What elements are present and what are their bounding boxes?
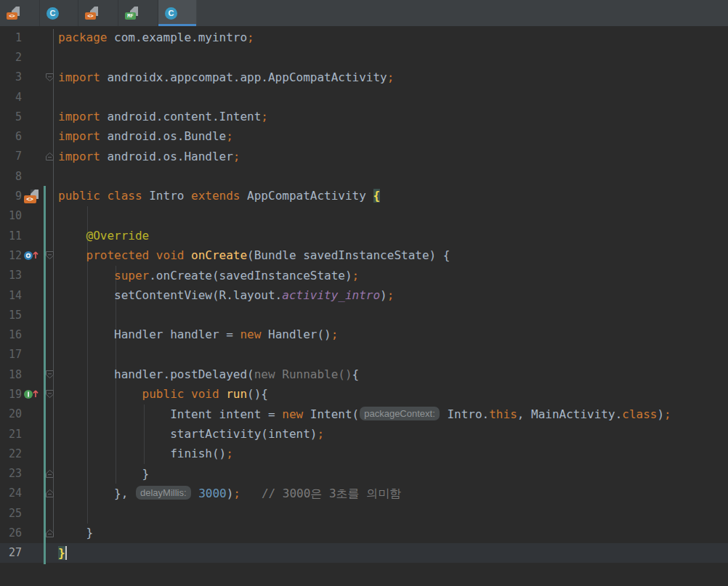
fold-marker-expand-icon[interactable] bbox=[45, 489, 54, 498]
code-text: import android.os.Handler; bbox=[58, 147, 728, 166]
code-text: @Override bbox=[58, 226, 728, 245]
layout-xml-file-icon: <> bbox=[85, 7, 99, 20]
line-number: 15 bbox=[0, 309, 22, 322]
line-number: 21 bbox=[0, 428, 22, 441]
code-line[interactable]: 24 }, delayMillis: 3000); // 3000은 3초를 의… bbox=[0, 484, 728, 503]
code-line[interactable]: 13 super.onCreate(savedInstanceState); bbox=[0, 266, 728, 285]
code-text: super.onCreate(savedInstanceState); bbox=[58, 266, 728, 285]
code-text: import android.os.Bundle; bbox=[58, 126, 728, 146]
code-line[interactable]: 4 bbox=[0, 87, 728, 107]
line-number: 18 bbox=[0, 368, 22, 381]
code-text: import android.content.Intent; bbox=[58, 107, 728, 126]
code-text: }, delayMillis: 3000); // 3000은 3초를 의미함 bbox=[58, 484, 728, 503]
param-hint-chip: packageContext: bbox=[360, 407, 440, 420]
code-text: Intent intent = new Intent(packageContex… bbox=[58, 404, 728, 424]
code-line[interactable]: 9<>public class Intro extends AppCompatA… bbox=[0, 186, 728, 205]
code-line[interactable]: 8 bbox=[0, 166, 728, 186]
code-line[interactable]: 27} bbox=[0, 543, 728, 563]
code-line[interactable]: 5import android.content.Intent; bbox=[0, 107, 728, 126]
code-text: setContentView(R.layout.activity_intro); bbox=[58, 285, 728, 305]
code-line[interactable]: 20 Intent intent = new Intent(packageCon… bbox=[0, 404, 728, 424]
manifest-file-icon: MF bbox=[125, 7, 139, 20]
line-number: 23 bbox=[0, 467, 22, 480]
tab-androidmanifest-xml[interactable]: MF bbox=[118, 0, 158, 26]
line-number: 25 bbox=[0, 507, 22, 520]
code-line[interactable]: 26 } bbox=[0, 523, 728, 542]
code-line[interactable]: 19 public void run(){ bbox=[0, 384, 728, 404]
code-line[interactable]: 11 @Override bbox=[0, 226, 728, 245]
fold-marker-collapse-icon[interactable] bbox=[45, 73, 54, 82]
line-number: 9 bbox=[0, 190, 22, 203]
line-number: 26 bbox=[0, 526, 22, 540]
line-number: 17 bbox=[0, 348, 22, 361]
ide-window: <>C<>MFC 1package com.example.myintro;23… bbox=[0, 0, 728, 586]
line-number: 20 bbox=[0, 407, 22, 420]
editor-tab-bar: <>C<>MFC bbox=[0, 0, 728, 26]
override-method-icon[interactable] bbox=[23, 248, 39, 262]
fold-marker-expand-icon[interactable] bbox=[45, 529, 54, 538]
related-layout-icon[interactable]: <> bbox=[24, 190, 39, 203]
code-line[interactable]: 22 finish(); bbox=[0, 444, 728, 463]
code-line[interactable]: 17 bbox=[0, 345, 728, 365]
layout-xml-file-icon: <> bbox=[7, 7, 20, 20]
line-number: 1 bbox=[0, 31, 22, 44]
code-text: protected void onCreate(Bundle savedInst… bbox=[58, 245, 728, 265]
tab-intro-java[interactable]: C bbox=[158, 0, 197, 26]
line-number: 8 bbox=[0, 170, 22, 183]
code-line[interactable]: 25 bbox=[0, 503, 728, 523]
fold-marker-expand-icon[interactable] bbox=[45, 152, 54, 161]
line-number: 14 bbox=[0, 289, 22, 302]
code-text: } bbox=[58, 523, 728, 542]
code-line[interactable]: 18 handler.postDelayed(new Runnable(){ bbox=[0, 365, 728, 384]
code-line[interactable]: 21 startActivity(intent); bbox=[0, 424, 728, 444]
code-text: Handler handler = new Handler(); bbox=[58, 325, 728, 344]
line-number: 12 bbox=[0, 249, 22, 262]
fold-marker-collapse-icon[interactable] bbox=[45, 389, 54, 399]
code-text: package com.example.myintro; bbox=[58, 28, 728, 47]
java-class-icon: C bbox=[165, 7, 177, 20]
line-number: 10 bbox=[0, 209, 22, 222]
fold-marker-collapse-icon[interactable] bbox=[45, 251, 54, 260]
line-number: 7 bbox=[0, 150, 22, 163]
line-number: 19 bbox=[0, 388, 22, 401]
code-line[interactable]: 16 Handler handler = new Handler(); bbox=[0, 325, 728, 344]
code-line[interactable]: 15 bbox=[0, 305, 728, 325]
tab-mainactivity-java[interactable]: C bbox=[40, 0, 78, 26]
code-text: finish(); bbox=[58, 444, 728, 463]
code-text: handler.postDelayed(new Runnable(){ bbox=[58, 365, 728, 384]
code-line[interactable]: 6import android.os.Bundle; bbox=[0, 126, 728, 146]
code-text: public void run(){ bbox=[58, 384, 728, 404]
code-editor[interactable]: 1package com.example.myintro;23import an… bbox=[0, 26, 728, 586]
java-class-icon: C bbox=[46, 7, 59, 20]
code-text: } bbox=[58, 464, 728, 484]
code-text: public class Intro extends AppCompatActi… bbox=[58, 186, 728, 205]
code-line[interactable]: 14 setContentView(R.layout.activity_intr… bbox=[0, 285, 728, 305]
line-number: 3 bbox=[0, 70, 22, 84]
code-line[interactable]: 1package com.example.myintro; bbox=[0, 28, 728, 47]
code-line[interactable]: 3import androidx.appcompat.app.AppCompat… bbox=[0, 68, 728, 87]
code-text: } bbox=[58, 543, 728, 563]
line-number: 6 bbox=[0, 130, 22, 143]
line-number: 13 bbox=[0, 269, 22, 282]
code-line[interactable]: 7import android.os.Handler; bbox=[0, 147, 728, 166]
implement-method-icon[interactable] bbox=[23, 387, 39, 401]
code-line[interactable]: 23 } bbox=[0, 464, 728, 484]
line-number: 24 bbox=[0, 487, 22, 500]
line-number: 4 bbox=[0, 91, 22, 104]
tab-activity-main-xml[interactable]: <> bbox=[0, 0, 40, 26]
fold-marker-collapse-icon[interactable] bbox=[45, 370, 54, 379]
fold-marker-expand-icon[interactable] bbox=[45, 469, 54, 479]
tab-activity-intro-xml[interactable]: <> bbox=[78, 0, 118, 26]
code-line[interactable]: 2 bbox=[0, 47, 728, 67]
line-number: 22 bbox=[0, 447, 22, 460]
line-number: 2 bbox=[0, 51, 22, 64]
line-number: 16 bbox=[0, 328, 22, 341]
line-number: 5 bbox=[0, 110, 22, 123]
code-line[interactable]: 10 bbox=[0, 206, 728, 226]
line-number: 11 bbox=[0, 229, 22, 243]
line-number: 27 bbox=[0, 546, 22, 559]
param-hint-chip: delayMillis: bbox=[136, 486, 191, 500]
code-text: startActivity(intent); bbox=[58, 424, 728, 444]
code-text: import androidx.appcompat.app.AppCompatA… bbox=[58, 68, 728, 87]
code-line[interactable]: 12 protected void onCreate(Bundle savedI… bbox=[0, 245, 728, 265]
